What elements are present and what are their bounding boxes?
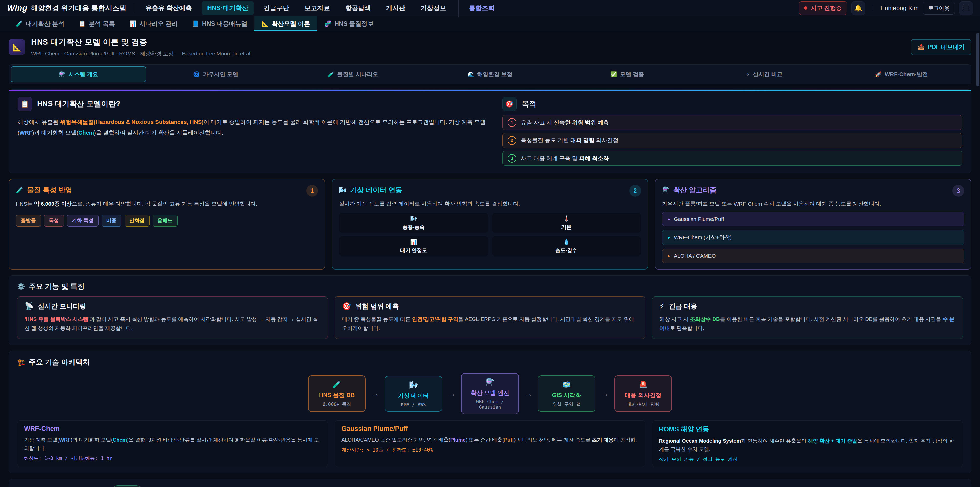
- building-construction-icon: 🏗️: [17, 359, 25, 366]
- subnav-item-label: HNS 물질정보: [334, 20, 374, 28]
- pdf-export-button[interactable]: 📥 PDF 내보내기: [911, 39, 971, 55]
- section-tab[interactable]: 🧪 물질별 시나리오: [285, 66, 421, 82]
- text-segment: Plume: [450, 437, 466, 442]
- step-number-badge: 3: [953, 185, 964, 196]
- flow-arrow-icon: →: [600, 389, 609, 399]
- incident-status-badge[interactable]: 사고 진행중: [799, 1, 847, 15]
- purpose-number-badge: 3: [508, 154, 516, 163]
- pipeline-stage: ⚗️ 확산 모델 엔진 WRF-Chem / Gaussian: [461, 373, 519, 414]
- capability-paragraph: HNS는 약 6,000종 이상으로, 종류가 매우 다양합니다. 각 물질의 …: [16, 199, 318, 208]
- subnav-item[interactable]: 📐 확산모델 이론: [255, 16, 317, 31]
- test-tube-icon: 🧪: [16, 21, 23, 27]
- property-tag[interactable]: 용해도: [153, 214, 178, 227]
- section-tab[interactable]: ✅ 모델 검증: [559, 66, 695, 82]
- text-segment: 가우시안 플룸/퍼프 모델 또는 WRF-Chem 수치 모델을 사용하여 대기…: [662, 201, 881, 207]
- property-tag[interactable]: 인화점: [124, 214, 150, 227]
- model-title: WRF-Chem: [24, 425, 321, 433]
- property-tag[interactable]: 비중: [102, 214, 121, 227]
- property-tags: 증발률독성기화 특성비중인화점용해도: [16, 214, 318, 227]
- subnav-item[interactable]: 📘 HNS 대응매뉴얼: [185, 16, 255, 31]
- section-tab[interactable]: ⚗️ 시스템 개요: [11, 66, 146, 82]
- text-segment: Regional Ocean Modeling System: [659, 438, 741, 444]
- algorithm-item[interactable]: ▸ WRF-Chem (기상+화학): [662, 230, 964, 245]
- text-segment: 에 최적화.: [614, 437, 637, 442]
- capability-card: 1 🧪 물질 특성 반영 HNS는 약 6,000종 이상으로, 종류가 매우 …: [9, 179, 325, 270]
- text-segment: Puff: [504, 437, 514, 442]
- pipeline-stage-title: GIS 시각화: [541, 391, 592, 399]
- algorithm-item[interactable]: ▸ ALOHA / CAMEO: [662, 249, 964, 263]
- text-segment: 해상에서 유출된: [18, 119, 60, 125]
- subnav-item[interactable]: 📊 시나리오 관리: [122, 16, 185, 31]
- subnav-item[interactable]: 🧬 HNS 물질정보: [317, 16, 381, 31]
- property-tag[interactable]: 증발률: [16, 214, 41, 227]
- pipeline-stage-subtitle: 6,000+ 물질: [312, 401, 362, 407]
- wave-icon: 🌊: [468, 71, 474, 77]
- notifications-button[interactable]: 🔔: [851, 1, 865, 15]
- purpose-item: 1 유출 사고 시 신속한 위험 범위 예측: [502, 115, 963, 130]
- section-tab[interactable]: 🚀 WRF-Chem·발전: [834, 66, 969, 82]
- property-tag[interactable]: 독성: [44, 214, 64, 227]
- architecture-pipeline: 🧪 HNS 물질 DB 6,000+ 물질 → 🌬️ 기상 데이터 KMA / …: [17, 373, 963, 414]
- test-tube-icon: 🧪: [328, 71, 334, 77]
- scrollbar-thumb[interactable]: [977, 33, 979, 86]
- purpose-number-badge: 1: [508, 118, 516, 127]
- weather-tile: 📊 대기 안정도: [339, 236, 488, 256]
- text-segment: 과 연동하여 해수면 유출물의: [741, 438, 808, 444]
- nav-item[interactable]: 게시판: [380, 1, 411, 15]
- text-segment: 해상 사고 시: [659, 316, 690, 322]
- feature-paragraph: 해상 사고 시 조화상수 DB를 이용한 빠른 예측 기술을 포함합니다. 사전…: [659, 315, 956, 333]
- model-spec: 계산시간: < 10초 / 정확도: ±10~40%: [342, 447, 638, 453]
- lightning-icon: ⚡: [746, 71, 750, 77]
- purpose-title: 목적: [522, 99, 536, 109]
- weather-grid: 🌬️ 풍향·풍속 🌡️ 기온 📊 대기 안정도 💧 습도·강수: [339, 213, 641, 256]
- triangular-ruler-icon: 📐: [12, 43, 21, 51]
- logout-button[interactable]: 로그아웃: [923, 2, 955, 14]
- pipeline-stage-subtitle: 위험 구역 맵: [541, 401, 592, 407]
- incident-label: 사고 진행중: [811, 4, 842, 12]
- intro-title: HNS 대기확산 모델이란?: [37, 99, 121, 109]
- section-tab[interactable]: 🌀 가우시안 모델: [148, 66, 283, 82]
- section-tabs: ⚗️ 시스템 개요 🌀 가우시안 모델 🧪 물질별 시나리오 🌊 해양환경 보정…: [9, 64, 971, 84]
- app-logo: Wing: [7, 3, 27, 13]
- subnav-item-label: 시나리오 관리: [139, 20, 178, 28]
- architecture-panel: 🏗️ 주요 기술 아키텍처 🧪 HNS 물질 DB 6,000+ 물질 → 🌬️…: [9, 351, 971, 473]
- subnav-item[interactable]: 📋 분석 목록: [72, 16, 122, 31]
- app-root: Wing 해양환경 위기대응 통합시스템 유출유 확산예측HNS·대기확산긴급구…: [0, 0, 980, 487]
- text-segment: Chem: [78, 129, 94, 136]
- property-tag[interactable]: 기화 특성: [67, 214, 99, 227]
- capability-title: ⚗️ 확산 알고리즘: [662, 185, 964, 195]
- section-tab-label: 실시간 비교: [753, 70, 783, 78]
- nav-item[interactable]: 기상정보: [415, 1, 452, 15]
- purpose-number-badge: 2: [508, 136, 516, 145]
- menu-button[interactable]: [959, 1, 973, 15]
- subnav-item-label: 대기확산 분석: [26, 20, 64, 28]
- nav-item[interactable]: 보고자료: [299, 1, 336, 15]
- algorithm-item[interactable]: ▸ Gaussian Plume/Puff: [662, 212, 964, 226]
- pipeline-stage-title: 기상 데이터: [388, 392, 439, 400]
- text-segment: 유출 사고 시: [521, 119, 554, 126]
- features-title: 주요 기능 및 특징: [29, 282, 84, 291]
- arrow-bullet-icon: ▸: [668, 235, 670, 240]
- subnav-item[interactable]: 🧪 대기확산 분석: [9, 16, 72, 31]
- rocket-icon: 🚀: [875, 71, 881, 77]
- nav-item[interactable]: 유출유 확산예측: [140, 1, 197, 15]
- system-title: 해양환경 위기대응 통합시스템: [31, 3, 126, 13]
- model-spec: 해상도: 1~3 km / 시간분해능: 1 hr: [24, 455, 321, 462]
- purpose-item-text: 독성물질 농도 기반 대피 명령 의사결정: [521, 137, 619, 144]
- text-segment: 'HNS 유출 블랙박스 시스템': [24, 316, 89, 322]
- section-tab-label: 시스템 개요: [68, 70, 98, 78]
- dna-icon: 🧬: [325, 21, 331, 27]
- bar-chart-icon: 📊: [129, 21, 136, 27]
- nav-item[interactable]: 통합조회: [463, 1, 500, 15]
- model-paragraph: ALOHA/CAMEO 표준 알고리즘 기반. 연속 배출(Plume) 또는 …: [342, 436, 638, 444]
- section-tab[interactable]: ⚡ 실시간 비교: [697, 66, 832, 82]
- nav-item[interactable]: 긴급구난: [258, 1, 295, 15]
- purpose-header: 🎯 목적: [502, 97, 963, 111]
- text-segment: Chem: [113, 437, 127, 442]
- brand[interactable]: Wing 해양환경 위기대응 통합시스템: [7, 3, 126, 13]
- page-header-text: HNS 대기확산 모델 이론 및 검증 WRF-Chem · Gaussian …: [31, 37, 251, 57]
- section-tab[interactable]: 🌊 해양환경 보정: [422, 66, 558, 82]
- nav-item[interactable]: 항공탐색: [340, 1, 376, 15]
- model-cards-grid: WRF-Chem 기상 예측 모델(WRF)과 대기화학 모델(Chem)을 결…: [17, 420, 963, 467]
- nav-item[interactable]: HNS·대기확산: [202, 1, 254, 15]
